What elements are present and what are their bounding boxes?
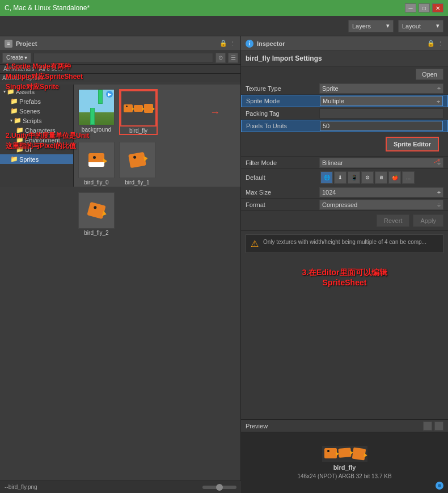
bottom-bar-file-label: --bird_fly.png (5, 484, 37, 490)
layers-dropdown[interactable]: Layers ▾ (348, 20, 394, 32)
platform-icon-screen[interactable]: 🖥 (375, 171, 387, 184)
action-buttons-row: Revert Apply (241, 211, 448, 231)
filter-mode-label: Filter Mode (246, 159, 319, 166)
texture-type-label: Texture Type (246, 85, 319, 92)
project-content-area: All Materials All 6 se... Assets > Sprit… (0, 65, 240, 187)
platform-icon-download[interactable]: ⬇ (334, 171, 346, 184)
project-toolbar: Create ▾ ⊙ ☰ (0, 51, 240, 65)
preview-header: Preview (241, 420, 448, 432)
layout-dropdown[interactable]: Layout ▾ (398, 20, 443, 32)
platform-icon-mobile[interactable]: 📱 (348, 171, 360, 184)
sprite-label-background: background (82, 127, 111, 133)
top-toolbar: Layers ▾ Layout ▾ (0, 16, 448, 36)
breadcrumb: Assets > Sprites (0, 74, 240, 82)
warning-icon: ⚠ (251, 238, 259, 249)
preview-sprites (322, 446, 367, 462)
platform-icon-gear[interactable]: ⚙ (361, 171, 374, 184)
sprite-grid-row2: bird_fly_0 bird_fly_1 (76, 140, 238, 188)
bottom-bar: --bird_fly.png (0, 481, 241, 493)
inspector-content: Texture Type Sprite ÷ Sprite Mode Multip… (241, 82, 448, 419)
revert-button[interactable]: Revert (377, 214, 409, 227)
sprite-grid-row3: bird_fly_2 (76, 190, 238, 238)
window-controls: ─ □ ✕ (405, 3, 443, 12)
platform-icons-row: Default 🌐 ⬇ 📱 ⚙ 🖥 🍎 … (241, 169, 448, 186)
search-icon[interactable]: ⊙ (215, 53, 226, 63)
minimize-button[interactable]: ─ (405, 3, 416, 12)
project-panel-header: ≡ Project 🔒 ⋮ (0, 36, 240, 51)
zoom-slider[interactable] (202, 486, 236, 489)
max-size-row: Max Size 1024 ÷ (241, 186, 448, 199)
sprite-item-bird-fly-0[interactable]: bird_fly_0 (78, 142, 115, 186)
inspector-header: i Inspector 🔒 ⋮ (241, 36, 448, 51)
pixels-to-units-input[interactable] (320, 121, 443, 131)
sprite-thumb-bird-fly-1 (119, 142, 155, 178)
annotation-3-container: 3.在Editor里面可以编辑 SpriteSheet → (241, 256, 448, 292)
tree-item-scripts[interactable]: ▾ 📁Scripts (0, 116, 73, 125)
sprite-mode-row: Sprite Mode Multiple ÷ (241, 95, 448, 107)
pixels-to-units-label: Pixels To Units (246, 123, 320, 129)
annotation-3: 3.在Editor里面可以编辑 SpriteSheet (246, 268, 443, 287)
sprite-item-bird-fly[interactable]: bird_fly (119, 89, 158, 135)
sprite-item-background[interactable]: ▶ background (78, 89, 115, 135)
inspector-menu-icon[interactable]: ⋮ (437, 40, 443, 47)
default-label: Default (246, 174, 319, 181)
warning-box: ⚠ Only textures with width/height being … (246, 234, 443, 253)
sprite-thumb-bird-fly-0 (78, 142, 115, 178)
texture-type-row: Texture Type Sprite ÷ (241, 82, 448, 95)
open-btn-row: Open (241, 66, 448, 82)
filter-row: All Materials All 6 se... (0, 65, 240, 74)
panel-lock-icon[interactable]: 🔒 (219, 40, 227, 47)
preview-content: bird_fly 146x24 (NPOT) ARGB 32 bit 13.7 … (241, 432, 448, 493)
all-materials-label: All Materials (3, 66, 34, 72)
tree-item-scenes[interactable]: 📁Scenes (0, 106, 73, 116)
preview-bird-frame-1 (324, 448, 337, 458)
project-search-input[interactable] (33, 53, 213, 63)
tree-item-environment[interactable]: 📁Environment (0, 135, 73, 145)
split-content: ▾ 📁 Assets 📁Prefabs 📁Scenes ▾ 📁Scripts (0, 85, 240, 187)
preview-menu-icon[interactable] (434, 422, 443, 431)
filter-mode-dropdown[interactable]: Bilinear ÷ (319, 158, 443, 168)
max-size-dropdown[interactable]: 1024 ÷ (319, 187, 443, 197)
window-title: C, Mac & Linux Standalone* (5, 4, 90, 12)
sprite-thumb-bird-fly (120, 90, 157, 127)
preview-dot (436, 482, 443, 490)
preview-toggle-icon[interactable] (423, 422, 432, 431)
platform-icon-apple[interactable]: 🍎 (388, 171, 401, 184)
create-button[interactable]: Create ▾ (2, 53, 31, 63)
close-button[interactable]: ✕ (432, 3, 443, 12)
preview-title: Preview (246, 423, 268, 429)
tree-item-prefabs[interactable]: 📁Prefabs (0, 96, 73, 106)
max-size-label: Max Size (246, 189, 319, 196)
sprite-label-bird-fly-0: bird_fly_0 (84, 179, 108, 186)
inspector-title: Inspector (257, 40, 285, 47)
filter-icon[interactable]: ☰ (228, 53, 238, 63)
format-dropdown[interactable]: Compressed ÷ (319, 200, 443, 210)
packing-tag-input[interactable] (319, 108, 443, 119)
sprite-label-bird-fly-2: bird_fly_2 (84, 230, 108, 236)
maximize-button[interactable]: □ (419, 3, 430, 12)
tree-item-sprites[interactable]: 📁Sprites (0, 154, 73, 164)
tree-item-assets[interactable]: ▾ 📁 Assets (0, 87, 73, 96)
platform-icon-web[interactable]: 🌐 (320, 171, 333, 184)
sprite-editor-row: Sprite Editor (241, 132, 448, 157)
tree-item-ui[interactable]: 📁UI (0, 145, 73, 154)
packing-tag-label: Packing Tag (246, 110, 319, 117)
preview-file-name: bird_fly (333, 464, 356, 471)
inspector-lock-icon[interactable]: 🔒 (427, 40, 435, 47)
open-button[interactable]: Open (416, 69, 443, 80)
inspector-file-title-bar: bird_fly Import Settings (241, 51, 448, 66)
sprite-mode-dropdown[interactable]: Multiple ÷ (320, 96, 443, 106)
inspector-file-name: bird_fly Import Settings (246, 54, 322, 62)
sprite-mode-label: Sprite Mode (246, 98, 320, 104)
left-panel: ≡ Project 🔒 ⋮ Create ▾ ⊙ ☰ All Materials… (0, 36, 241, 493)
platform-icon-more[interactable]: … (402, 171, 415, 184)
sprite-editor-button[interactable]: Sprite Editor (386, 137, 439, 151)
tree-item-characters[interactable]: 📁Characters (0, 125, 73, 135)
inspector-panel: i Inspector 🔒 ⋮ bird_fly Import Settings… (241, 36, 448, 493)
apply-button[interactable]: Apply (413, 214, 443, 227)
panel-menu-icon[interactable]: ⋮ (230, 40, 236, 47)
texture-type-dropdown[interactable]: Sprite ÷ (319, 83, 443, 94)
sprite-item-bird-fly-2[interactable]: bird_fly_2 (78, 192, 115, 236)
sprite-item-bird-fly-1[interactable]: bird_fly_1 (119, 142, 155, 186)
panel-collapse-icon[interactable]: ≡ (5, 40, 12, 48)
